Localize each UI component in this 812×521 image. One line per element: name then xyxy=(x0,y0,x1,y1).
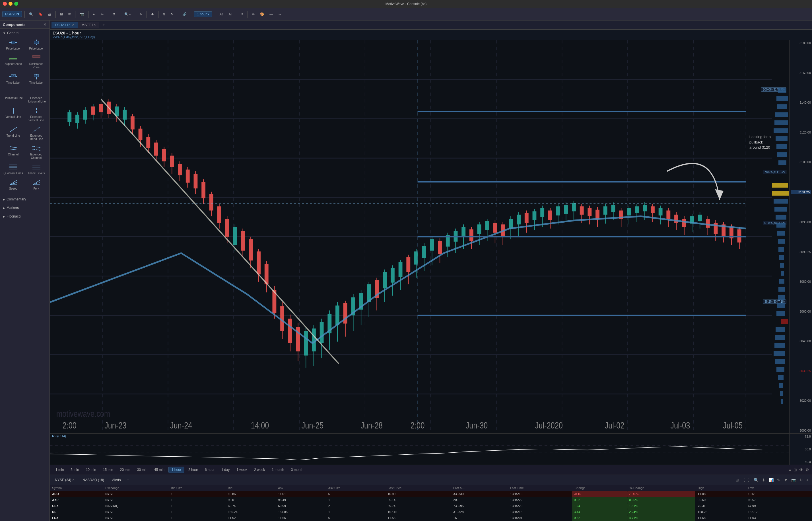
col-exchange[interactable]: Exchange xyxy=(103,485,169,491)
watchlist-row-axp[interactable]: AXP NYSE 1 95.01 95.49 1 95.14 200 13:15… xyxy=(50,497,812,503)
tf-20min[interactable]: 20 min xyxy=(117,467,133,473)
symbol-selector[interactable]: ESU20 ▾ xyxy=(2,11,22,17)
general-section-header[interactable]: ▼ General xyxy=(0,30,49,36)
tab-msft[interactable]: MSFT 1h xyxy=(78,22,99,28)
tab-esu20[interactable]: ESU20 1h ✕ xyxy=(51,22,78,28)
add-tab-button[interactable]: ＋ xyxy=(99,21,109,29)
settings-button[interactable]: ⚙ xyxy=(111,12,117,17)
watchlist-camera-icon[interactable]: 📷 xyxy=(790,478,797,482)
tf-3month[interactable]: 3 month xyxy=(288,467,306,473)
watchlist-download-icon[interactable]: ⬇ xyxy=(761,478,766,482)
font-size-down[interactable]: A↓ xyxy=(227,12,234,17)
layout-button[interactable]: ⊞ xyxy=(58,12,65,17)
watchlist-row-csx[interactable]: CSX NASDAQ 1 69.74 69.99 2 69.74 739595 … xyxy=(50,503,812,509)
sidebar-item-ext-trend-line[interactable]: Extended Trend Line xyxy=(25,125,47,143)
sidebar-item-time-label-h[interactable]: T Time Label xyxy=(2,72,24,86)
maximize-button[interactable] xyxy=(14,2,18,6)
line-style[interactable]: — xyxy=(268,12,274,17)
sidebar-item-vertical-line[interactable]: Vertical Line xyxy=(2,106,24,124)
tf-settings-icon[interactable]: ⚙ xyxy=(806,468,809,472)
sidebar-item-channel[interactable]: Channel xyxy=(2,144,24,161)
watchlist-tab-nyse[interactable]: NYSE (34) ✕ xyxy=(52,477,77,483)
price-chart[interactable]: 2:00 Jun-23 Jun-24 14:00 Jun-25 Jun-28 2… xyxy=(50,40,812,433)
compare-button[interactable]: ≋ xyxy=(66,12,73,17)
col-change[interactable]: Change xyxy=(572,485,627,491)
pointer-button[interactable]: ↖ xyxy=(169,12,175,17)
watchlist-add-col-icon[interactable]: + xyxy=(805,478,810,482)
draw-tools[interactable]: ✏ xyxy=(250,12,257,17)
minimize-button[interactable] xyxy=(8,2,13,6)
arrow-tool[interactable]: → xyxy=(276,12,283,17)
close-button[interactable] xyxy=(3,2,7,6)
tf-10min[interactable]: 10 min xyxy=(83,467,99,473)
fibonacci-section-header[interactable]: ▶ Fibonacci xyxy=(0,213,49,220)
col-last-time[interactable]: Last Time xyxy=(508,485,572,491)
tf-1hour[interactable]: 1 hour xyxy=(168,467,184,473)
redo-button[interactable]: ↪ xyxy=(99,12,105,17)
sidebar-item-ext-vertical-line[interactable]: Extended Vertical Line xyxy=(25,106,47,124)
col-symbol[interactable]: Symbol xyxy=(50,485,103,491)
sidebar-item-tirone-levels[interactable]: Tirone Levels xyxy=(25,163,47,177)
watchlist-row-aeo[interactable]: AEO NYSE 1 10.86 11.01 6 10.90 330339 13… xyxy=(50,491,812,497)
col-ask-size[interactable]: Ask Size xyxy=(326,485,385,491)
sidebar-item-fork[interactable]: Fork xyxy=(25,178,47,192)
tf-list-icon[interactable]: ≡ xyxy=(789,468,791,472)
sidebar-item-quadrant-lines[interactable]: Quadrant Lines xyxy=(2,163,24,177)
print-button[interactable]: 🖨 xyxy=(46,12,53,17)
tf-45min[interactable]: 45 min xyxy=(151,467,167,473)
col-bid[interactable]: Bid xyxy=(225,485,276,491)
sidebar-item-price-label-h[interactable]: P Price Label xyxy=(2,38,24,52)
link-button[interactable]: 🔗 xyxy=(181,12,188,17)
col-pct-change[interactable]: % Change xyxy=(627,485,695,491)
watchlist-row-fcx[interactable]: FCX NYSE 1 11.52 11.56 6 11.56 1K 13:15:… xyxy=(50,515,812,521)
col-last-price[interactable]: Last Price xyxy=(385,485,451,491)
plus-button[interactable]: ✚ xyxy=(149,12,156,17)
screenshot-button[interactable]: 📷 xyxy=(78,12,86,17)
sidebar-item-trend-line[interactable]: Trend Line xyxy=(2,125,24,143)
tf-6hour[interactable]: 6 hour xyxy=(202,467,217,473)
watchlist-search-icon[interactable]: 🔍 xyxy=(753,478,760,482)
search-button[interactable]: 🔍 xyxy=(27,12,35,17)
watchlist-refresh-icon[interactable]: ↻ xyxy=(798,478,804,482)
bookmark-button[interactable]: 🔖 xyxy=(37,12,44,17)
tf-30min[interactable]: 30 min xyxy=(134,467,150,473)
tf-2week[interactable]: 2 week xyxy=(251,467,268,473)
sidebar-item-horizontal-line[interactable]: Horizontal Line xyxy=(2,87,24,105)
tf-5min[interactable]: 5 min xyxy=(68,467,82,473)
tf-grid-icon[interactable]: ⊞ xyxy=(793,468,797,472)
col-high[interactable]: High xyxy=(695,485,745,491)
sidebar-item-ext-horizontal-line[interactable]: Extended Horizontal Line xyxy=(25,87,47,105)
watchlist-edit-icon[interactable]: ✎ xyxy=(776,478,782,482)
col-bid-size[interactable]: Bid Size xyxy=(169,485,225,491)
watchlist-columns-icon[interactable]: ⋮⋮ xyxy=(741,478,751,482)
sidebar-item-speed[interactable]: Speed xyxy=(2,178,24,192)
sidebar-item-resistance-zone[interactable]: Resistance Zone xyxy=(25,53,47,71)
undo-button[interactable]: ↩ xyxy=(91,12,97,17)
col-ask[interactable]: Ask xyxy=(276,485,326,491)
tf-1month[interactable]: 1 month xyxy=(269,467,287,473)
watchlist-tab-alerts[interactable]: Alerts xyxy=(109,477,124,483)
commentary-section-header[interactable]: ▶ Commentary xyxy=(0,196,49,202)
tf-1day[interactable]: 1 day xyxy=(218,467,233,473)
font-size-up[interactable]: A↑ xyxy=(218,12,225,17)
markers-section-header[interactable]: ▶ Markers xyxy=(0,205,49,211)
align-button[interactable]: ≡ xyxy=(240,12,245,17)
sidebar-item-time-label-v[interactable]: T Time Label xyxy=(25,72,47,86)
col-last-s[interactable]: Last S... xyxy=(451,485,508,491)
tab-esu20-close[interactable]: ✕ xyxy=(72,23,75,27)
tf-1min[interactable]: 1 min xyxy=(53,467,67,473)
color-picker[interactable]: 🎨 xyxy=(258,12,266,17)
draw-button[interactable]: ✎ xyxy=(138,12,144,17)
sidebar-item-support-zone[interactable]: Support Zone xyxy=(2,53,24,71)
zoom-out-button[interactable]: 🔍− xyxy=(123,12,132,17)
watchlist-chart-icon[interactable]: 📊 xyxy=(768,478,775,482)
watchlist-add-button[interactable]: ＋ xyxy=(126,477,130,483)
timeframe-selector[interactable]: 1 hour ▾ xyxy=(194,12,212,17)
tf-1week[interactable]: 1 week xyxy=(234,467,250,473)
watchlist-row-de[interactable]: DE NYSE 1 156.24 157.85 1 157.15 310328 … xyxy=(50,509,812,515)
watchlist-filter-icon[interactable]: ▼ xyxy=(783,478,789,482)
crosshair-button[interactable]: ⊕ xyxy=(161,12,167,17)
tf-15min[interactable]: 15 min xyxy=(100,467,116,473)
sidebar-item-ext-channel[interactable]: Extended Channel xyxy=(25,144,47,161)
watchlist-tab-nasdaq[interactable]: NASDAQ (18) xyxy=(80,477,107,483)
